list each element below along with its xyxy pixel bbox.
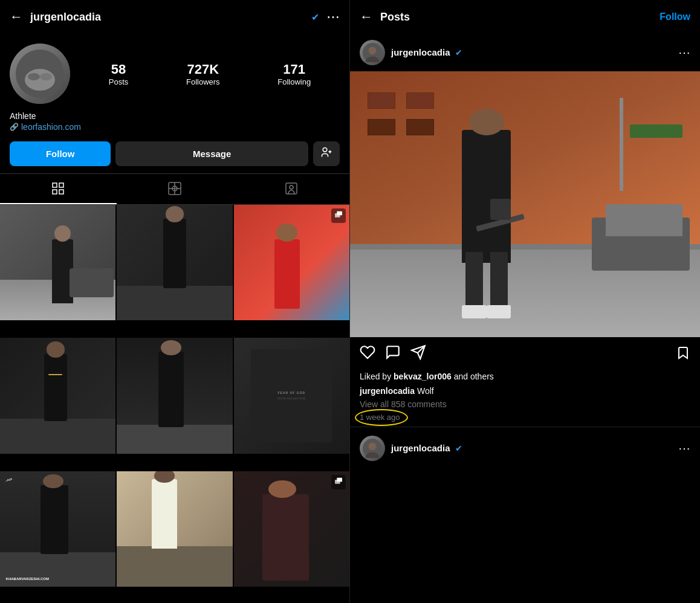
followers-label: Followers [186, 77, 220, 86]
follow-button[interactable]: Follow [10, 141, 111, 166]
post-timestamp: 1 week ago [360, 413, 400, 422]
svg-rect-18 [335, 213, 340, 218]
svg-point-2 [28, 73, 40, 80]
post-verified-badge: ✔ [455, 48, 462, 57]
stat-followers[interactable]: 727K Followers [186, 62, 220, 86]
followers-count: 727K [187, 62, 219, 77]
posts-label: Posts [109, 77, 129, 86]
post-caption: jurgenlocadia Wolf [350, 384, 700, 398]
back-icon-left[interactable]: ← [10, 9, 23, 25]
post-image[interactable] [350, 71, 700, 337]
tab-grid[interactable] [0, 174, 117, 204]
bio-category: Athlete [10, 111, 340, 121]
add-friend-button[interactable] [313, 141, 340, 166]
stats-row: 58 Posts 727K Followers 171 Following [80, 62, 340, 86]
svg-rect-10 [59, 190, 63, 194]
verified-badge-left: ✔ [311, 11, 319, 23]
next-post-user-info: jurgenlocadia ✔ [391, 443, 462, 454]
view-comments-link[interactable]: View all 858 comments [350, 398, 700, 410]
stat-posts[interactable]: 58 Posts [109, 62, 129, 86]
caption-username[interactable]: jurgenlocadia [360, 386, 415, 396]
post-likes: Liked by bekvaz_lor006 and others [350, 369, 700, 384]
tab-reels[interactable] [117, 174, 233, 204]
svg-point-3 [40, 73, 52, 80]
liked-by-user[interactable]: bekvaz_lor006 [394, 372, 452, 381]
post-actions [350, 337, 700, 369]
more-icon-left[interactable]: ⋯ [326, 9, 340, 25]
posts-title: Posts [380, 11, 659, 24]
action-buttons: Follow Message [0, 137, 349, 171]
like-icon[interactable] [360, 344, 375, 364]
next-post-avatar[interactable] [360, 436, 385, 461]
right-header: ← Posts Follow [350, 0, 700, 34]
avatar-image [10, 44, 70, 104]
multi-badge-3 [331, 208, 346, 223]
left-header: ← jurgenlocadia ✔ ⋯ [0, 0, 349, 34]
profile-section: 58 Posts 727K Followers 171 Following [0, 34, 349, 109]
following-count: 171 [283, 62, 305, 77]
grid-item-3[interactable] [234, 205, 349, 320]
svg-rect-9 [53, 190, 57, 194]
svg-point-16 [290, 185, 293, 189]
left-panel: ← jurgenlocadia ✔ ⋯ 58 Posts 727K [0, 0, 350, 603]
message-button[interactable]: Message [115, 141, 308, 166]
grid-item-9[interactable] [234, 471, 349, 587]
tab-tagged[interactable] [233, 174, 349, 204]
next-post-header: jurgenlocadia ✔ ⋯ [350, 430, 700, 467]
back-icon-right[interactable]: ← [360, 9, 373, 25]
next-post-verified: ✔ [455, 443, 462, 453]
svg-rect-15 [286, 183, 297, 194]
follow-button-right[interactable]: Follow [659, 11, 690, 22]
multi-badge-9 [331, 475, 346, 489]
post-header: jurgenlocadia ✔ ⋯ [350, 34, 700, 71]
grid-item-7[interactable]: خبر KHABARVARZESHI.COM [0, 471, 115, 587]
grid-item-1[interactable] [0, 205, 115, 320]
bio-link-text: leorfashion.com [21, 122, 81, 132]
grid-item-8[interactable] [117, 471, 232, 587]
tabs-row [0, 173, 349, 205]
comment-icon[interactable] [385, 344, 401, 364]
bookmark-icon[interactable] [676, 346, 690, 364]
caption-body: Wolf [417, 386, 434, 396]
grid-item-6[interactable]: FEAR OF GOD SIXTH COLLECTION [234, 338, 349, 453]
post-time-wrapper: 1 week ago [350, 410, 700, 424]
svg-point-1 [25, 69, 55, 91]
bio-section: Athlete 🔗 leorfashion.com [0, 109, 349, 137]
link-icon: 🔗 [10, 123, 19, 131]
svg-point-22 [369, 47, 377, 54]
share-icon[interactable] [410, 344, 426, 364]
avatar[interactable] [10, 44, 70, 104]
stat-following[interactable]: 171 Following [277, 62, 311, 86]
and-others: and others [454, 372, 494, 381]
likes-text: Liked by [360, 372, 391, 381]
grid-item-5[interactable] [117, 338, 232, 453]
svg-rect-8 [59, 183, 63, 187]
posts-count: 58 [111, 62, 126, 77]
grid-item-4[interactable] [0, 338, 115, 453]
post-grid: FEAR OF GOD SIXTH COLLECTION خبر KHABARV… [0, 205, 349, 603]
svg-point-4 [323, 148, 327, 152]
bio-link[interactable]: 🔗 leorfashion.com [10, 122, 340, 132]
svg-point-27 [369, 442, 377, 450]
grid-item-2[interactable] [117, 205, 232, 320]
svg-rect-20 [335, 480, 340, 484]
svg-rect-7 [53, 183, 57, 187]
next-post-more-icon[interactable]: ⋯ [678, 441, 690, 456]
left-username-title: jurgenlocadia [30, 11, 304, 24]
following-label: Following [277, 77, 311, 86]
right-panel: ← Posts Follow jurgenlocadia ✔ ⋯ [350, 0, 700, 603]
divider [350, 427, 700, 427]
post-username: jurgenlocadia [391, 47, 450, 57]
next-post-username: jurgenlocadia [391, 443, 450, 453]
post-avatar[interactable] [360, 40, 385, 65]
post-more-icon[interactable]: ⋯ [678, 45, 690, 60]
post-user-info: jurgenlocadia ✔ [391, 47, 462, 58]
